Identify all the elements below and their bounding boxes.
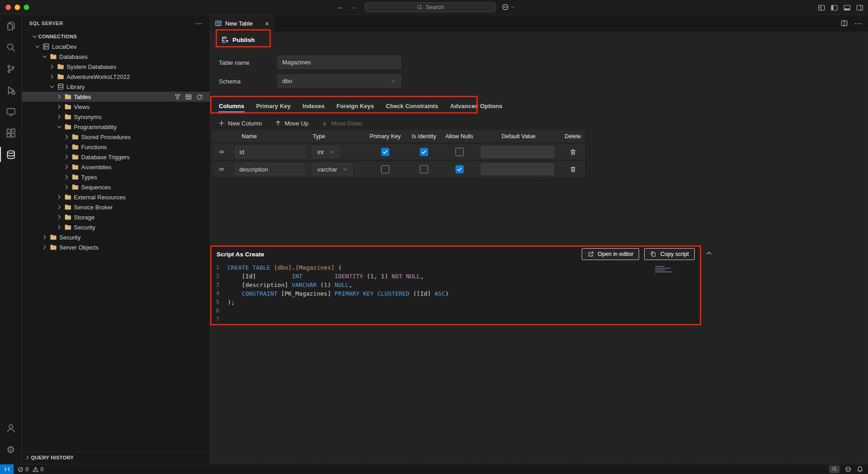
window-minimize-button[interactable] (15, 5, 20, 10)
tree-item-database-triggers[interactable]: Database Triggers (22, 152, 210, 162)
allow-nulls-checkbox[interactable] (455, 165, 464, 173)
tree-item-adventureworkslt2022[interactable]: AdventureWorksLT2022 (22, 72, 210, 82)
tree-item-sequences[interactable]: Sequences (22, 182, 210, 192)
column-type-select[interactable]: varchar (313, 163, 352, 175)
column-name-input[interactable] (235, 163, 305, 175)
column-name-input[interactable] (235, 146, 305, 158)
source-control-icon (6, 64, 16, 74)
close-icon[interactable]: × (265, 20, 269, 27)
window-close-button[interactable] (5, 5, 11, 10)
tree-item-assemblies[interactable]: Assemblies (22, 162, 210, 172)
folder-icon (64, 224, 72, 231)
primary-key-checkbox[interactable] (381, 148, 389, 156)
delete-column-button[interactable] (569, 166, 577, 173)
designer-tab-indexes[interactable]: Indexes (297, 99, 331, 113)
tree-item-synonyms[interactable]: Synonyms (22, 112, 210, 122)
code-line: 3 [description] VARCHAR (1) NULL, (210, 281, 701, 289)
default-value-input[interactable] (481, 163, 554, 175)
default-value-input[interactable] (481, 146, 554, 158)
folder-icon (64, 214, 72, 221)
column-type-select[interactable]: int (313, 146, 339, 158)
tree-item-security[interactable]: Security (22, 222, 210, 232)
refresh-icon[interactable] (196, 94, 203, 100)
activity-bar-sql-server[interactable] (0, 144, 21, 165)
is-identity-checkbox[interactable] (420, 165, 428, 173)
tree-item-library[interactable]: Library (22, 82, 210, 92)
drag-handle[interactable] (218, 148, 225, 156)
tree-item-label: Programmability (74, 124, 117, 130)
delete-column-button[interactable] (569, 148, 577, 156)
zoom-indicator[interactable] (829, 465, 840, 473)
tree-item-stored-procedures[interactable]: Stored Procedures (22, 132, 210, 142)
activity-bar-accounts[interactable] (0, 417, 21, 439)
tree-section-connections[interactable]: CONNECTIONS (22, 31, 210, 42)
tree-item-localdev[interactable]: LocalDev (22, 42, 210, 52)
designer-tab-advanced-options[interactable]: Advanced Options (444, 99, 508, 113)
copy-script-button[interactable]: Copy script (644, 248, 695, 260)
activity-bar-settings[interactable]: ⚙ (0, 439, 21, 460)
remote-indicator[interactable] (0, 464, 14, 474)
move-up-button[interactable]: Move Up (274, 120, 308, 127)
publish-button[interactable]: Publish (218, 33, 258, 47)
activity-bar-explorer[interactable] (0, 15, 21, 36)
new-column-button[interactable]: New Column (218, 120, 262, 127)
tab-new-table[interactable]: New Table × (210, 15, 274, 31)
activity-bar-extensions[interactable] (0, 122, 21, 144)
tree-item-external-resources[interactable]: External Resources (22, 192, 210, 202)
allow-nulls-checkbox[interactable] (455, 148, 464, 156)
problems-indicator[interactable]: 0 0 (17, 466, 45, 473)
toggle-panel-icon[interactable] (843, 4, 851, 11)
tree-item-service-broker[interactable]: Service Broker (22, 202, 210, 212)
tree-item-tables[interactable]: Tables (22, 92, 210, 102)
back-icon[interactable]: ← (337, 3, 345, 11)
designer-tab-check-constraints[interactable]: Check Constraints (380, 99, 444, 113)
search-icon (417, 4, 423, 10)
table-name-input[interactable] (277, 56, 401, 69)
designer-tab-foreign-keys[interactable]: Foreign Keys (331, 99, 380, 113)
table-icon[interactable] (185, 94, 192, 100)
activity-bar-remote-explorer[interactable] (0, 101, 21, 122)
tree-item-functions[interactable]: Functions (22, 142, 210, 152)
notifications-bell-icon[interactable] (857, 466, 863, 473)
activity-bar-run-debug[interactable] (0, 79, 21, 101)
search-input[interactable]: Search (365, 2, 496, 12)
activity-bar-search[interactable] (0, 36, 21, 58)
forward-icon[interactable]: → (350, 3, 357, 11)
tree-item-views[interactable]: Views (22, 102, 210, 112)
folder-icon (72, 183, 79, 191)
window-zoom-button[interactable] (24, 5, 29, 10)
tree-item-databases[interactable]: Databases (22, 52, 210, 62)
split-editor-icon[interactable] (841, 20, 848, 27)
is-identity-checkbox[interactable] (420, 148, 428, 156)
activity-bar-source-control[interactable] (0, 58, 21, 79)
more-actions-icon[interactable]: ⋯ (854, 19, 862, 28)
chevron-down-icon (391, 78, 396, 84)
tree-item-programmability[interactable]: Programmability (22, 122, 210, 132)
filter-icon[interactable] (174, 94, 181, 100)
query-history-section[interactable]: QUERY HISTORY (22, 452, 210, 463)
toggle-primary-sidebar-icon[interactable] (831, 4, 838, 11)
expand-panel-icon[interactable] (705, 250, 713, 257)
script-code-editor[interactable]: 1CREATE TABLE [dbo].[Magazines] (2 [Id] … (210, 262, 701, 325)
designer-tab-primary-key[interactable]: Primary Key (250, 99, 297, 113)
customize-layout-icon[interactable] (818, 4, 825, 11)
chevron-right-icon (63, 173, 70, 181)
primary-key-checkbox[interactable] (381, 165, 389, 173)
copilot-menu[interactable] (501, 3, 515, 11)
more-actions-icon[interactable]: ⋯ (195, 19, 202, 28)
copilot-status-icon[interactable] (845, 466, 852, 473)
tree-item-server-objects[interactable]: Server Objects (22, 242, 210, 252)
open-in-editor-button[interactable]: Open in editor (582, 248, 640, 260)
tree-item-security[interactable]: Security (22, 232, 210, 242)
tree-item-system-databases[interactable]: System Databases (22, 62, 210, 72)
move-down-button[interactable]: Move Down (321, 120, 362, 127)
schema-select[interactable]: dbo (277, 74, 401, 88)
toggle-secondary-sidebar-icon[interactable] (856, 4, 863, 11)
server-icon (42, 43, 50, 50)
tree-item-label: Functions (81, 144, 107, 151)
folder-icon (64, 113, 72, 120)
tree-item-storage[interactable]: Storage (22, 212, 210, 222)
tree-item-types[interactable]: Types (22, 172, 210, 182)
designer-tab-columns[interactable]: Columns (213, 99, 250, 113)
drag-handle[interactable] (218, 166, 225, 173)
